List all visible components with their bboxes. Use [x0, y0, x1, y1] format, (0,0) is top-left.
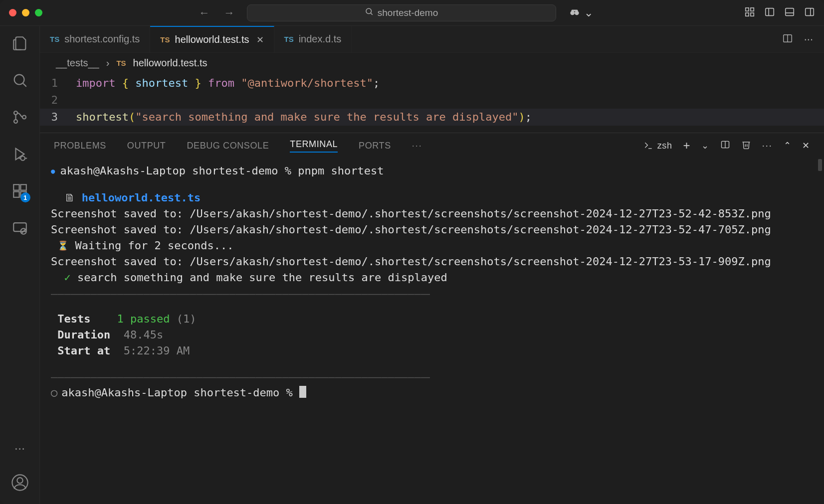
title-bar: ← → shortest-demo ⌄: [0, 0, 824, 26]
svg-point-2: [570, 10, 575, 15]
tab-helloworld-test[interactable]: TS helloworld.test.ts ✕: [150, 26, 274, 52]
code-editor[interactable]: 1 import { shortest } from "@antiwork/sh…: [40, 73, 824, 133]
svg-rect-8: [751, 12, 754, 15]
more-actions-icon[interactable]: ···: [804, 33, 813, 46]
panel-tab-ports[interactable]: PORTS: [359, 141, 391, 151]
panel-tab-problems[interactable]: PROBLEMS: [54, 141, 106, 151]
command-center[interactable]: shortest-demo: [247, 4, 556, 21]
svg-point-17: [13, 111, 17, 115]
svg-rect-6: [751, 7, 754, 10]
close-window-button[interactable]: [9, 9, 16, 16]
window-controls: [9, 9, 42, 16]
svg-point-19: [22, 115, 25, 119]
terminal[interactable]: ●akash@Akashs-Laptop shortest-demo % pnp…: [40, 158, 824, 504]
new-terminal-icon[interactable]: +: [683, 139, 691, 153]
chevron-down-icon[interactable]: ⌄: [701, 140, 709, 151]
nav-back-icon[interactable]: ←: [199, 6, 210, 19]
minimize-window-button[interactable]: [22, 9, 29, 16]
summary-duration-label: Duration: [57, 329, 110, 341]
terminal-profile[interactable]: zsh: [643, 141, 672, 151]
tab-shortest-config[interactable]: TS shortest.config.ts: [40, 26, 150, 52]
remote-explorer-icon[interactable]: [11, 219, 28, 238]
terminal-prompt: akash@Akashs-Laptop shortest-demo %: [61, 386, 299, 399]
svg-rect-7: [746, 12, 749, 15]
svg-rect-9: [766, 8, 774, 15]
activity-bar: 1 ···: [0, 26, 40, 504]
nav-forward-icon[interactable]: →: [224, 6, 235, 19]
close-tab-icon[interactable]: ✕: [256, 34, 264, 45]
copilot-button[interactable]: ⌄: [568, 6, 593, 19]
svg-point-0: [366, 8, 372, 14]
svg-rect-13: [806, 8, 814, 15]
source-control-icon[interactable]: [11, 109, 28, 128]
toggle-sidebar-icon[interactable]: [764, 6, 775, 19]
file-icon: 🗎: [64, 191, 75, 204]
summary-start-label: Start at: [57, 344, 110, 357]
maximize-window-button[interactable]: [35, 9, 42, 16]
check-icon: ✓: [64, 271, 71, 284]
toggle-panel-icon[interactable]: [784, 6, 795, 19]
line-number: 2: [40, 92, 76, 109]
tab-bar: TS shortest.config.ts TS helloworld.test…: [40, 26, 824, 53]
window-title: shortest-demo: [378, 7, 438, 18]
kill-terminal-icon[interactable]: [741, 140, 751, 152]
tab-label: index.d.ts: [299, 33, 342, 45]
terminal-line: Screenshot saved to: /Users/akash/shorte…: [51, 222, 810, 238]
run-debug-icon[interactable]: [11, 146, 28, 165]
divider: ––––––––––––––––––––––––––––––––––––––––…: [51, 286, 430, 302]
breadcrumb[interactable]: __tests__ › TS helloworld.test.ts: [40, 53, 824, 73]
layout-customize-icon[interactable]: [744, 6, 755, 19]
toggle-secondary-sidebar-icon[interactable]: [804, 6, 815, 19]
more-actions-icon[interactable]: ···: [762, 141, 773, 151]
panel-overflow-icon[interactable]: ···: [412, 141, 422, 151]
close-panel-icon[interactable]: ✕: [802, 140, 810, 151]
svg-point-15: [14, 75, 24, 85]
chevron-down-icon: ⌄: [584, 6, 593, 19]
svg-rect-25: [20, 184, 26, 190]
explorer-icon[interactable]: [11, 35, 28, 54]
breadcrumb-folder: __tests__: [56, 57, 99, 69]
extensions-icon[interactable]: 1: [11, 182, 28, 201]
tab-index-dts[interactable]: TS index.d.ts: [274, 26, 352, 52]
split-editor-icon[interactable]: [782, 33, 793, 46]
svg-rect-26: [13, 191, 19, 197]
svg-rect-11: [786, 8, 794, 15]
maximize-panel-icon[interactable]: ⌃: [784, 140, 792, 151]
terminal-prompt: akash@Akashs-Laptop shortest-demo % pnpm…: [60, 165, 384, 177]
split-terminal-icon[interactable]: [720, 140, 730, 152]
svg-point-21: [20, 156, 25, 161]
extensions-badge: 1: [20, 192, 30, 202]
ellipsis-icon[interactable]: ···: [14, 441, 25, 456]
line-number: 1: [40, 75, 76, 92]
summary-tests-label: Tests: [57, 313, 90, 325]
scrollbar[interactable]: [818, 159, 822, 171]
tab-label: shortest.config.ts: [64, 33, 140, 45]
typescript-icon: TS: [50, 35, 59, 43]
terminal-cursor: [299, 386, 306, 398]
breadcrumb-sep: ›: [106, 57, 110, 69]
accounts-icon[interactable]: [11, 474, 28, 493]
typescript-icon: TS: [116, 59, 126, 67]
terminal-line: Screenshot saved to: /Users/akash/shorte…: [51, 254, 810, 270]
svg-rect-4: [571, 9, 578, 11]
line-number: 3: [40, 109, 76, 126]
search-icon: [365, 7, 374, 18]
panel-tab-debug[interactable]: DEBUG CONSOLE: [187, 141, 269, 151]
svg-rect-24: [13, 184, 19, 190]
panel-tab-output[interactable]: OUTPUT: [127, 141, 166, 151]
divider: ––––––––––––––––––––––––––––––––––––––––…: [51, 369, 430, 385]
svg-point-18: [13, 120, 17, 123]
search-icon[interactable]: [11, 72, 28, 91]
svg-point-31: [17, 478, 22, 483]
typescript-icon: TS: [160, 35, 170, 44]
terminal-line: Screenshot saved to: /Users/akash/shorte…: [51, 206, 810, 222]
terminal-line: ⏳⌛ Waiting for 2 seconds... Waiting for …: [51, 238, 810, 254]
terminal-file: helloworld.test.ts: [82, 191, 201, 204]
svg-rect-5: [746, 7, 749, 10]
typescript-icon: TS: [284, 35, 294, 43]
svg-line-1: [371, 13, 372, 14]
tab-label: helloworld.test.ts: [175, 34, 249, 45]
panel-tab-terminal[interactable]: TERMINAL: [290, 139, 338, 153]
svg-line-16: [23, 83, 26, 86]
bottom-panel: PROBLEMS OUTPUT DEBUG CONSOLE TERMINAL P…: [40, 133, 824, 504]
